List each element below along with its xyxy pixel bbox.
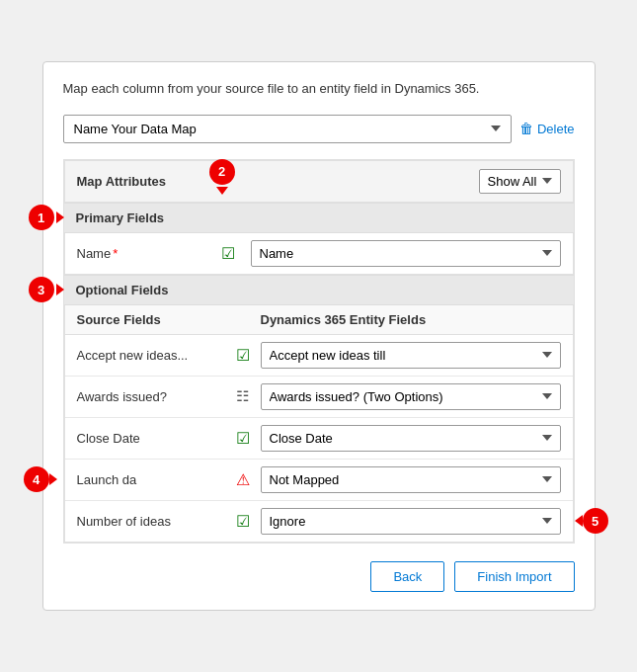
source-label: Accept new ideas... xyxy=(77,348,225,363)
trash-icon: 🗑 xyxy=(519,121,533,136)
instruction-text: Map each column from your source file to… xyxy=(63,80,575,98)
name-field-icon-cell: ☑ xyxy=(213,244,243,263)
map-attributes-bar: Map Attributes 2 Show All xyxy=(64,160,574,203)
annotation-circle-2: 2 xyxy=(209,159,235,185)
annotation-5-wrap: 5 xyxy=(575,508,608,534)
annotation-2: 2 xyxy=(209,159,235,185)
table-row: Accept new ideas... ☑ Accept new ideas t… xyxy=(65,335,573,377)
entity-field-select[interactable]: Accept new ideas till xyxy=(261,342,561,369)
table-header: Source Fields Dynamics 365 Entity Fields xyxy=(64,305,574,335)
row-icon-cell: ☑ xyxy=(225,346,261,365)
import-dialog: Map each column from your source file to… xyxy=(42,61,596,610)
annotation-1-arrow xyxy=(56,211,64,223)
primary-fields-header: 1 Primary Fields xyxy=(64,203,574,233)
data-map-row: Name Your Data Map 🗑 Delete xyxy=(63,115,575,143)
annotation-5-arrow xyxy=(575,515,583,527)
annotation-circle-4: 4 xyxy=(24,466,49,492)
row-icon-cell: ☑ xyxy=(225,512,261,531)
required-star: * xyxy=(113,246,118,261)
source-label: Launch da xyxy=(77,472,225,487)
source-fields-header: Source Fields xyxy=(77,312,225,327)
table-row: Number of ideas ☑ Ignore 5 xyxy=(65,501,573,542)
entity-field-select[interactable]: Close Date xyxy=(261,425,561,452)
ignore-select-wrap: Ignore 5 xyxy=(261,508,561,535)
icon-col-header xyxy=(225,312,261,327)
check-circle-icon: ☑ xyxy=(236,429,250,448)
table-row: Awards issued? ☷ Awards issued? (Two Opt… xyxy=(65,377,573,418)
table-row: 4 Launch da ⚠ Not Mapped xyxy=(65,460,573,501)
back-button[interactable]: Back xyxy=(370,561,444,592)
optional-fields-header: 3 Optional Fields xyxy=(64,275,574,305)
primary-fields-section: 1 Primary Fields Name* ☑ Name xyxy=(64,203,574,275)
annotation-circle-5: 5 xyxy=(583,508,608,534)
entity-field-select[interactable]: Awards issued? (Two Options) xyxy=(261,383,561,410)
check-circle-icon: ☑ xyxy=(236,512,250,531)
finish-import-button[interactable]: Finish Import xyxy=(454,561,574,592)
delete-button[interactable]: 🗑 Delete xyxy=(519,121,575,136)
name-field-select[interactable]: Name xyxy=(251,240,561,267)
annotation-circle-3: 3 xyxy=(29,277,54,302)
row-icon-cell: ☷ xyxy=(225,387,261,405)
annotation-4-arrow xyxy=(49,473,57,485)
source-label: Awards issued? xyxy=(77,389,225,404)
doc-icon: ☷ xyxy=(236,387,249,405)
name-field-label: Name* xyxy=(77,246,205,261)
annotation-4-wrap: 4 xyxy=(24,466,57,492)
source-label: Close Date xyxy=(77,431,225,446)
annotation-circle-1: 1 xyxy=(29,205,54,230)
check-circle-icon: ☑ xyxy=(221,244,235,263)
entity-fields-header: Dynamics 365 Entity Fields xyxy=(261,312,561,327)
table-row: Close Date ☑ Close Date xyxy=(65,418,573,460)
row-icon-cell: ☑ xyxy=(225,429,261,448)
annotation-2-arrow xyxy=(216,187,228,195)
show-all-select[interactable]: Show All xyxy=(479,169,561,194)
entity-field-select[interactable]: Not Mapped xyxy=(261,466,561,493)
entity-field-select[interactable]: Ignore xyxy=(261,508,561,535)
footer-buttons: Back Finish Import xyxy=(63,561,575,592)
annotation-3-arrow xyxy=(56,284,64,295)
optional-fields-section: 3 Optional Fields Source Fields Dynamics… xyxy=(64,275,574,543)
map-attributes-label: Map Attributes xyxy=(77,174,167,189)
data-map-select[interactable]: Name Your Data Map xyxy=(63,115,512,143)
source-label: Number of ideas xyxy=(77,514,225,529)
row-icon-cell: ⚠ xyxy=(225,470,261,489)
optional-fields-table: Accept new ideas... ☑ Accept new ideas t… xyxy=(64,335,574,543)
check-circle-icon: ☑ xyxy=(236,346,250,365)
warning-circle-icon: ⚠ xyxy=(236,470,250,489)
map-attributes-section: Map Attributes 2 Show All 1 Primary Fiel… xyxy=(63,159,575,544)
name-field-row: Name* ☑ Name xyxy=(64,233,574,275)
